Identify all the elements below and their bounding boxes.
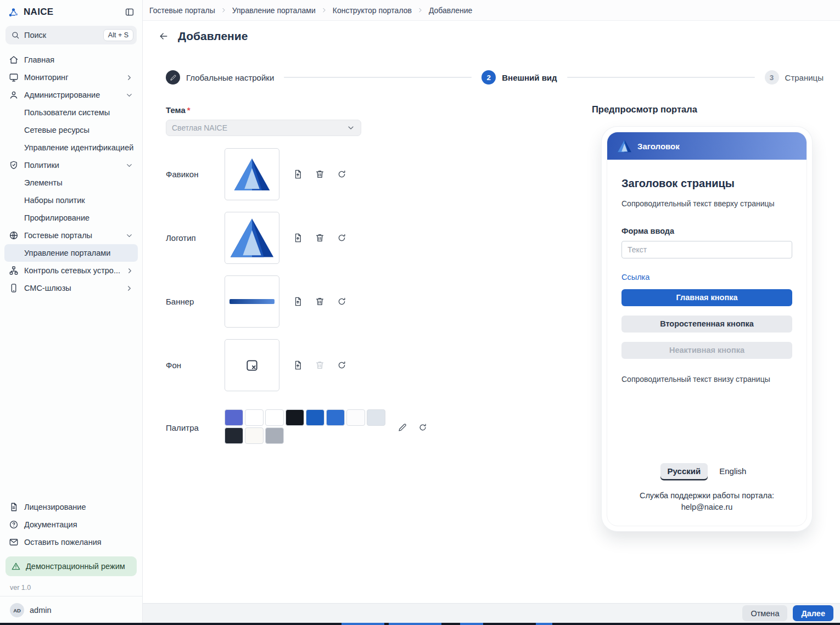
banner-delete-button[interactable] [315,296,325,307]
portal-link[interactable]: Ссылка [621,273,649,281]
naice-triangle-logo [229,217,275,258]
favicon-delete-button[interactable] [315,169,325,179]
banner-actions [293,296,347,307]
mail-icon [9,537,19,547]
banner-upload-button[interactable] [293,296,303,307]
breadcrumb-item-current: Добавление [429,6,472,15]
sidebar-item-policies[interactable]: Политики [4,156,138,174]
next-button[interactable]: Далее [793,605,833,621]
logo-preview [225,212,279,264]
portal-support-text: Служба поддержки работы портала: help@na… [621,490,792,514]
user-icon [9,90,19,100]
refresh-icon [337,296,347,307]
app-window: NAICE Alt + S Главная Мониторинг [0,0,840,625]
step-label: Внешний вид [502,73,557,82]
background-upload-button[interactable] [293,360,303,370]
home-icon [9,55,19,65]
favicon-reset-button[interactable] [337,169,347,179]
sidebar-item-network-resources[interactable]: Сетевые ресурсы [4,121,138,139]
stepper: Глобальные настройки 2 Внешний вид 3 Стр… [166,70,824,85]
sidebar-item-documentation[interactable]: Документация [4,516,138,533]
breadcrumb-item-portal-constructor[interactable]: Конструктор порталов [333,6,412,15]
background-delete-button [315,360,325,370]
logo-delete-button[interactable] [315,233,325,243]
sidebar: NAICE Alt + S Главная Мониторинг [0,0,143,625]
step-pages[interactable]: 3 Страницы [765,70,824,85]
sidebar-item-profiling[interactable]: Профилирование [4,209,138,227]
sidebar-item-label: Пользователи системы [24,108,110,117]
portal-page-title: Заголовок страницы [621,177,792,190]
collapse-sidebar-icon [125,7,135,17]
logo-reset-button[interactable] [337,233,347,243]
favicon-label: Фавикон [166,170,225,179]
portal-header-title: Заголовок [637,142,680,151]
sidebar-item-monitoring[interactable]: Мониторинг [4,69,138,86]
naice-triangle-logo [617,139,632,153]
sidebar-item-policy-sets[interactable]: Наборы политик [4,192,138,209]
banner-preview [225,275,279,328]
naice-triangle-logo [233,157,271,192]
palette-swatches [225,409,385,446]
portal-primary-button[interactable]: Главная кнопка [621,289,792,306]
theme-select[interactable]: Светлая NAICE [166,120,361,136]
portal-body: Заголовок страницы Сопроводительный текс… [607,160,807,526]
sidebar-item-portal-management[interactable]: Управление порталами [4,244,138,262]
sidebar-item-guest-portals[interactable]: Гостевые порталы [4,227,138,244]
sidebar-item-licensing[interactable]: Лицензирование [4,498,138,516]
page-header: Добавление [143,21,840,52]
collapse-sidebar-button[interactable] [124,6,136,18]
upload-icon [293,169,303,179]
favicon-upload-button[interactable] [293,169,303,179]
sidebar-item-feedback[interactable]: Оставить пожелания [4,533,138,551]
demo-mode-badge: Демонстрационный режим [5,556,137,576]
cancel-button[interactable]: Отмена [742,605,787,621]
sidebar-item-administration[interactable]: Администрирование [4,86,138,104]
sidebar-item-elements[interactable]: Элементы [4,174,138,192]
portal-preview-section: Предпросмотр портала Заголовок Заголовок… [592,101,824,603]
palette-swatch [245,409,264,426]
sidebar-spacer [4,297,138,498]
breadcrumb-separator-icon [417,7,424,14]
upload-icon [293,296,303,307]
breadcrumb-item-portal-management[interactable]: Управление порталами [232,6,316,15]
sidebar-item-home[interactable]: Главная [4,51,138,69]
sidebar-item-identity-management[interactable]: Управление идентификацией [4,139,138,156]
sidebar-item-sms-gateways[interactable]: СМС-шлюзы [4,279,138,297]
help-icon [9,520,19,530]
warning-icon [11,561,21,571]
sidebar-item-system-users[interactable]: Пользователи системы [4,104,138,121]
footer-action-bar: Отмена Далее [143,603,840,625]
search-input[interactable] [24,31,99,40]
step-appearance[interactable]: 2 Внешний вид [481,70,557,85]
sidebar-item-network-device-control[interactable]: Контроль сетевых устро... [4,262,138,279]
sidebar-header: NAICE [4,0,138,20]
background-reset-button[interactable] [337,360,347,370]
back-button[interactable] [157,30,170,43]
globe-icon [9,230,19,240]
user-name: admin [30,606,52,615]
logo-upload-button[interactable] [293,233,303,243]
user-menu[interactable]: AD admin [0,596,142,625]
portal-text-input[interactable] [621,241,792,258]
portal-secondary-button[interactable]: Второстепенная кнопка [621,316,792,333]
palette-swatch [265,427,284,444]
search-shortcut-badge: Alt + S [103,29,133,41]
search-box[interactable]: Alt + S [5,26,137,44]
breadcrumb-item-guest-portals[interactable]: Гостевые порталы [149,6,215,15]
palette-edit-button[interactable] [397,423,407,432]
tab-english[interactable]: English [712,463,753,479]
banner-reset-button[interactable] [337,296,347,307]
no-image-icon [245,358,259,373]
page-content: Глобальные настройки 2 Внешний вид 3 Стр… [143,52,840,603]
main-area: Гостевые порталы Управление порталами Ко… [143,0,840,625]
step-global-settings[interactable]: Глобальные настройки [166,70,274,85]
sidebar-item-label: Администрирование [24,91,100,99]
support-email: help@naice.ru [621,502,792,514]
logo-actions [293,233,347,243]
palette-reset-button[interactable] [418,423,428,432]
tab-russian[interactable]: Русский [660,463,708,479]
palette-swatch [225,427,243,444]
step-label: Страницы [785,73,824,82]
upload-row-favicon: Фавикон [166,148,592,200]
chevron-down-icon [125,91,133,99]
